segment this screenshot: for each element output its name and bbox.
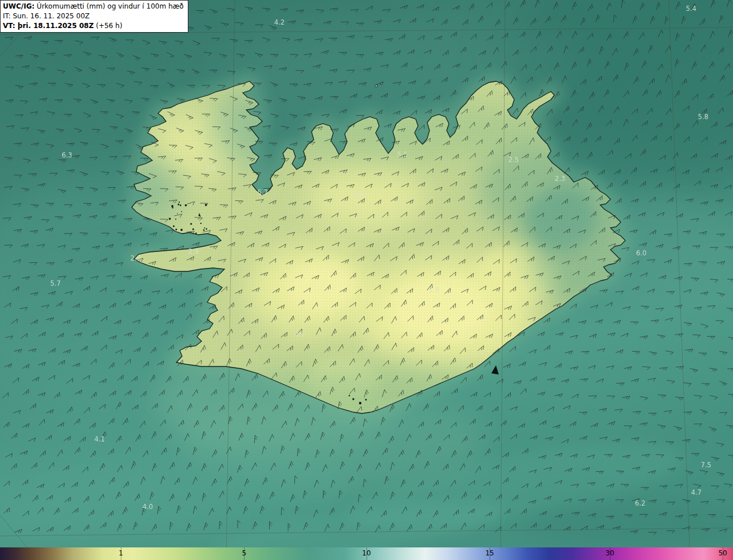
product-id: UWC/IG: bbox=[3, 2, 34, 10]
contour-label: 5.4 bbox=[686, 5, 696, 13]
contour-label: 5.7 bbox=[258, 188, 268, 196]
contour-label: 6.2 bbox=[635, 499, 645, 507]
precipitation-colorbar: 1510153050 bbox=[0, 547, 733, 560]
colorbar-tick-label: 15 bbox=[485, 549, 494, 557]
title-line-2: IT: Sun. 16. 11. 2025 00Z bbox=[3, 11, 184, 21]
contour-label: 4.2 bbox=[274, 18, 285, 26]
contour-label: 2.6 bbox=[131, 254, 141, 262]
contour-label: 7.5 bbox=[701, 461, 711, 469]
contour-label: 6.3 bbox=[62, 151, 72, 159]
colorbar-tick-label: 5 bbox=[242, 549, 246, 557]
contour-label: 5.5 bbox=[397, 151, 408, 159]
contour-label: 2.2 bbox=[354, 191, 364, 199]
weather-map: 4.25.45.86.32.95.52.52.35.72.22.92.66.05… bbox=[0, 0, 733, 560]
contour-label: 5.7 bbox=[50, 279, 61, 287]
forecast-offset: (+56 h) bbox=[94, 22, 123, 30]
title-box: UWC/IG: Úrkomumætti (mm) og vindur í 100… bbox=[0, 0, 188, 33]
contour-label: 1.9 bbox=[429, 286, 439, 294]
contour-label: 2.9 bbox=[206, 164, 216, 172]
contour-label: 4.0 bbox=[143, 503, 153, 511]
contour-label: 4.1 bbox=[295, 330, 305, 338]
contour-label: 4.1 bbox=[94, 435, 105, 443]
product-description: Úrkomumætti (mm) og vindur í 100m hæð bbox=[34, 2, 183, 10]
contour-label: 6.0 bbox=[636, 249, 647, 257]
title-line-1: UWC/IG: Úrkomumætti (mm) og vindur í 100… bbox=[3, 2, 184, 11]
contour-label: 4.7 bbox=[691, 488, 702, 496]
contour-label: 2.9 bbox=[188, 247, 199, 255]
colorbar-tick-label: 1 bbox=[119, 549, 123, 557]
valid-time: VT: þri. 18.11.2025 08Z bbox=[3, 22, 94, 30]
title-line-3: VT: þri. 18.11.2025 08Z (+56 h) bbox=[3, 21, 184, 31]
contour-label: 5.8 bbox=[698, 113, 708, 121]
colorbar-tick-label: 10 bbox=[362, 549, 371, 557]
contour-label: 2.5 bbox=[509, 156, 519, 164]
init-time: IT: Sun. 16. 11. 2025 00Z bbox=[3, 12, 90, 20]
contour-label: 2.3 bbox=[555, 175, 565, 183]
colorbar-tick-label: 50 bbox=[718, 549, 727, 557]
colorbar-tick-label: 30 bbox=[605, 549, 614, 557]
